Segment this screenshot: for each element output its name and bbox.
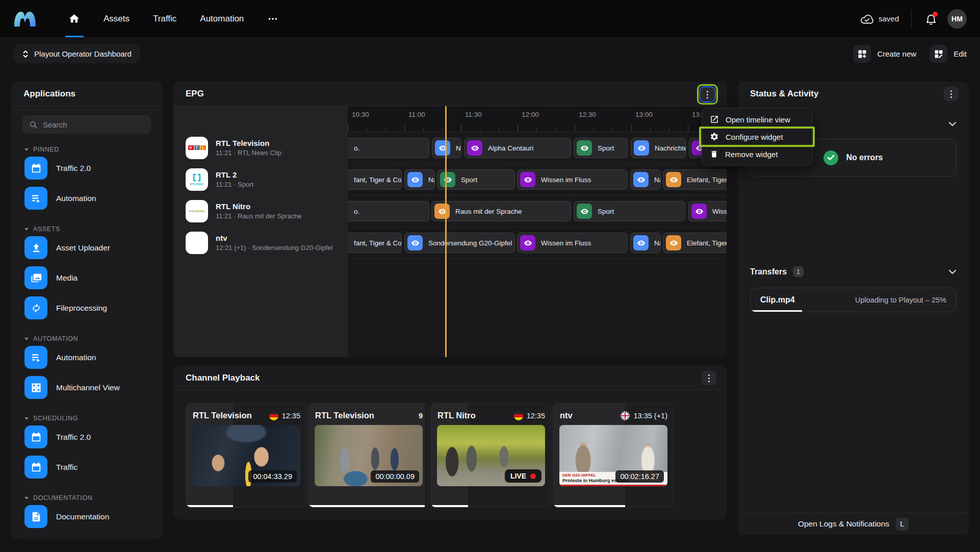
playback-card-rtl-television[interactable]: RTL Television12:3500:04:33.29 [186, 403, 306, 508]
playback-progress-bar [186, 505, 233, 507]
time-label: 12:00 [522, 111, 539, 118]
menu-item-configure-widget[interactable]: Configure widget [702, 128, 812, 145]
sidebar-section-header[interactable]: DOCUMENTATION [11, 494, 162, 501]
edit-button[interactable]: Edit [930, 45, 967, 63]
epg-program-block[interactable]: Nac [404, 169, 435, 190]
sidebar-item-label: Fileprocessing [56, 304, 107, 313]
menu-item-remove-widget[interactable]: Remove widget [702, 145, 812, 163]
open-logs-button[interactable]: Open Logs & Notifications L [738, 513, 969, 535]
eye-icon [407, 235, 423, 250]
app-logo [13, 10, 42, 28]
playback-local-time: 9 [419, 412, 423, 420]
playback-widget-menu-button[interactable] [702, 371, 716, 385]
eye-icon [440, 172, 455, 187]
playback-card-ntv[interactable]: ntv13:35 (+1)DER G20-GIPFELProteste in H… [553, 403, 674, 508]
epg-program-block[interactable]: Sport [437, 169, 515, 190]
epg-program-block[interactable]: Elefant, Tiger & [663, 169, 727, 190]
epg-channel-info[interactable]: ntvntv12:21 (+1) · Sondersendung G20-Gip… [173, 227, 348, 258]
sidebar-item-documentation[interactable]: Documentation [11, 501, 162, 532]
epg-row-rtl-nitro: o.Raus mit der SpracheSportWissenRTLNITR… [173, 195, 727, 227]
epg-program-block[interactable]: Wissen im Fluss [517, 233, 628, 253]
sidebar-item-traffic[interactable]: Traffic [11, 452, 162, 482]
chevron-down-icon[interactable] [948, 269, 957, 274]
epg-program-block[interactable]: Nac [630, 169, 661, 190]
upload-icon [24, 236, 47, 259]
epg-program-block[interactable]: Nachrichter [631, 138, 686, 158]
epg-program-block[interactable]: o. [348, 138, 429, 158]
channel-name: RTL 2 [216, 170, 253, 179]
applications-title: Applications [23, 89, 75, 99]
kebab-icon [707, 91, 708, 98]
channel-name: ntv [216, 234, 332, 242]
epg-program-block[interactable]: Sport [574, 201, 685, 221]
eye-icon [407, 172, 423, 187]
epg-program-block[interactable]: Wissen [688, 201, 727, 221]
sidebar-item-asset-uploader[interactable]: Asset Uploader [11, 233, 162, 263]
sidebar-item-traffic-2-0[interactable]: Traffic 2.0 [11, 422, 162, 452]
epg-program-block[interactable]: Wissen im Fluss [517, 169, 628, 190]
playback-card-rtl-television[interactable]: RTL Television900:00:00.09 [308, 403, 429, 508]
more-tabs-button[interactable] [267, 0, 278, 37]
epg-widget-menu-button[interactable] [700, 87, 715, 102]
menu-item-open-timeline-view[interactable]: Open timeline view [702, 111, 812, 128]
chevron-down-icon [24, 417, 29, 420]
eye-icon [434, 204, 450, 219]
epg-program-block[interactable]: Alpha Centauri [464, 138, 571, 158]
create-new-button[interactable]: Create new [853, 45, 916, 63]
epg-program-block[interactable]: fant, Tiger & Co. [348, 233, 402, 253]
sidebar-section-header[interactable]: PINNED [11, 146, 162, 153]
status-widget-menu-button[interactable] [944, 87, 959, 101]
epg-channel-info[interactable]: RTLNITRORTL Nitro11:21 · Raus mit der Sp… [173, 195, 348, 227]
eye-icon [577, 204, 592, 219]
gear-icon [710, 132, 719, 141]
automation-icon [24, 346, 47, 369]
eye-icon [577, 140, 592, 156]
program-title: Sport [598, 208, 614, 215]
sidebar-section-header[interactable]: SCHEDULING [11, 415, 162, 422]
epg-program-block[interactable]: Sport [574, 138, 628, 158]
epg-program-block[interactable]: Nac [432, 138, 461, 158]
eye-icon [520, 172, 535, 187]
program-title: Elefant, Tiger & [687, 239, 727, 247]
applications-panel: Applications PINNEDTraffic 2.0Automation… [11, 82, 162, 539]
user-avatar[interactable]: HM [947, 9, 967, 29]
epg-channel-info[interactable]: RTLZWEIRTL 211:21 · Sport [173, 164, 348, 195]
video-thumbnail: 00:00:00.09 [315, 425, 423, 486]
epg-program-block[interactable]: Nac [630, 233, 661, 253]
transfers-heading: Transfers [750, 267, 787, 277]
transfer-progress-bar [751, 310, 802, 312]
sidebar-item-media[interactable]: Media [11, 263, 162, 293]
transfer-item[interactable]: Clip.mp4 Uploading to Playout – 25% [750, 288, 957, 312]
sidebar-item-automation[interactable]: Automation [11, 342, 162, 372]
tab-home[interactable] [68, 0, 80, 37]
notifications-button[interactable] [924, 12, 938, 26]
search-input[interactable] [43, 120, 144, 129]
dashboard-selector[interactable]: Playout Operator Dashboard [14, 44, 140, 63]
time-label: 11:30 [465, 111, 482, 118]
epg-program-block[interactable]: o. [348, 201, 429, 221]
sidebar-section-header[interactable]: ASSETS [11, 225, 162, 233]
sidebar-item-traffic-2-0[interactable]: Traffic 2.0 [11, 153, 162, 183]
tab-automation[interactable]: Automation [200, 0, 244, 37]
epg-program-block[interactable]: Sondersendung G20-Gipfel [404, 233, 515, 253]
tab-traffic[interactable]: Traffic [153, 0, 176, 37]
chevron-down-icon[interactable] [948, 121, 957, 127]
search-box[interactable] [22, 115, 151, 134]
transfers-count-badge: 1 [793, 266, 804, 277]
sidebar-item-fileprocessing[interactable]: Fileprocessing [11, 293, 162, 323]
epg-channel-info[interactable]: RTLRTL Television11:21 · RTL News Clip [173, 132, 348, 163]
playback-channel-name: ntv [560, 411, 573, 420]
sidebar-item-automation[interactable]: Automation [11, 183, 162, 213]
epg-program-block[interactable]: fant, Tiger & Co. [348, 169, 402, 190]
tab-assets[interactable]: Assets [104, 0, 130, 37]
sidebar-section-header[interactable]: AUTOMATION [11, 335, 162, 342]
epg-body: 10:3011:0011:3012:0012:3013:0013:3 o.Nac… [173, 106, 727, 357]
epg-program-block[interactable]: Raus mit der Sprache [431, 201, 571, 221]
sidebar-item-multichannel-view[interactable]: Multichannel View [11, 372, 162, 403]
status-activity-title: Status & Activity [750, 89, 818, 99]
epg-program-block[interactable]: Elefant, Tiger & [663, 233, 727, 253]
notification-badge [933, 12, 938, 17]
playback-local-time: 12:35 [527, 412, 545, 420]
time-label: 12:30 [579, 111, 596, 118]
playback-card-rtl-nitro[interactable]: RTL Nitro12:35LIVE [430, 403, 551, 508]
